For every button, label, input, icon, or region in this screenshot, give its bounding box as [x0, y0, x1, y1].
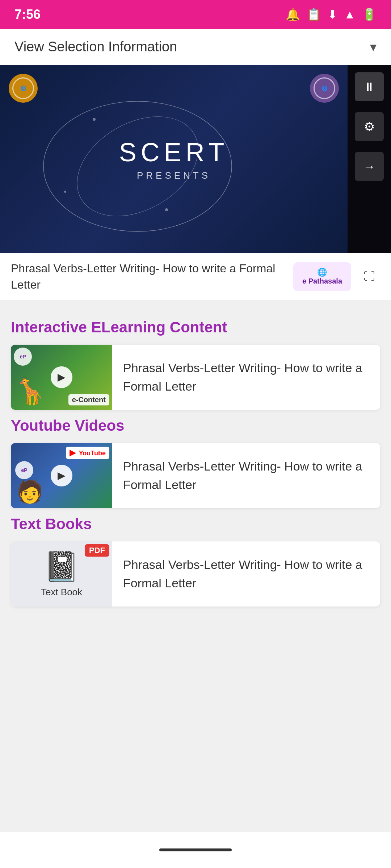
youtube-card-0[interactable]: 🧑 eP ▶ YouTube ▶ Phrasal Verbs-Letter Wr…: [11, 443, 380, 508]
giraffe-icon: 🦒: [14, 376, 46, 406]
settings-icon: ⚙: [364, 119, 375, 134]
svg-point-3: [165, 208, 168, 211]
textbook-book-icon: 📓: [43, 550, 80, 584]
scert-logo-left: 🌀: [9, 74, 38, 103]
pdf-badge: PDF: [85, 544, 109, 557]
logo-circle-inner-left: 🌀: [12, 77, 34, 99]
svg-point-1: [59, 96, 216, 237]
interactive-section-title: Interactive ELearning Content: [11, 319, 380, 336]
youtube-card-text-0: Phrasal Verbs-Letter Writing- How to wri…: [112, 448, 380, 503]
textbook-card-title-0: Phrasal Verbs-Letter Writing- How to wri…: [123, 556, 369, 592]
play-button-interactive[interactable]: ▶: [51, 366, 72, 388]
pathasala-logo-text: 🌐 e Pathasala: [302, 268, 342, 285]
interactive-card-title-0: Phrasal Verbs-Letter Writing- How to wri…: [123, 359, 369, 396]
textbook-card-0[interactable]: 📓 Text Book PDF Phrasal Verbs-Letter Wri…: [11, 541, 380, 607]
notification-icon: 🔔: [286, 8, 300, 21]
video-title: Phrasal Verbs-Letter Writing- How to wri…: [11, 260, 286, 293]
video-info-bar: Phrasal Verbs-Letter Writing- How to wri…: [0, 253, 391, 301]
fullscreen-icon: ⛶: [363, 270, 375, 283]
pathasala-watermark-interactive: eP: [14, 348, 32, 366]
youtube-icon: ▶: [70, 448, 76, 457]
interactive-thumbnail-0: 🦒 eP ▶ e-Content: [11, 345, 112, 410]
next-icon: →: [363, 159, 375, 174]
interactive-card-0[interactable]: 🦒 eP ▶ e-Content Phrasal Verbs-Letter Wr…: [11, 345, 380, 410]
pause-button[interactable]: ⏸: [355, 72, 384, 101]
scert-presents: PRESENTS: [119, 170, 229, 181]
textbooks-section-title: Text Books: [11, 515, 380, 533]
svg-point-4: [64, 191, 66, 193]
youtube-thumbnail-0: 🧑 eP ▶ YouTube ▶: [11, 443, 112, 508]
youtube-section-title: Youtube Videos: [11, 417, 380, 434]
youtube-card-title-0: Phrasal Verbs-Letter Writing- How to wri…: [123, 457, 369, 494]
pathasala-logo: 🌐 e Pathasala: [293, 262, 351, 291]
svg-point-0: [43, 101, 232, 231]
content-sections: Interactive ELearning Content 🦒 eP ▶ e-C…: [0, 301, 391, 625]
youtube-badge: ▶ YouTube: [66, 447, 109, 459]
person-icon: 🧑: [16, 479, 43, 505]
download-icon: ⬇: [328, 8, 337, 21]
fullscreen-button[interactable]: ⛶: [358, 266, 380, 288]
screenshot-icon: 📋: [307, 8, 321, 21]
nav-indicator: [159, 848, 232, 851]
next-button[interactable]: →: [355, 152, 384, 181]
bottom-spacer: [0, 625, 391, 668]
settings-button[interactable]: ⚙: [355, 112, 384, 141]
chevron-down-icon: ▾: [370, 39, 377, 55]
wifi-icon: ▲: [344, 8, 356, 21]
video-controls-right: ⏸ ⚙ →: [348, 65, 391, 253]
orbit-decoration: [0, 65, 348, 253]
pathasala-watermark-youtube: eP: [15, 461, 33, 479]
interactive-card-text-0: Phrasal Verbs-Letter Writing- How to wri…: [112, 350, 380, 404]
video-main-area[interactable]: 🌀 🌀 SCERT PRESENTS: [0, 65, 348, 253]
bottom-nav: [0, 832, 391, 868]
view-selection-bar[interactable]: View Selection Information ▾: [0, 29, 391, 65]
battery-icon: 🔋: [362, 8, 377, 21]
textbook-label: Text Book: [41, 587, 82, 598]
status-icons: 🔔 📋 ⬇ ▲ 🔋: [286, 8, 377, 21]
view-selection-label: View Selection Information: [14, 39, 177, 55]
video-player: 🌀 🌀 SCERT PRESENTS ⏸ ⚙ →: [0, 65, 391, 253]
pause-icon: ⏸: [363, 80, 375, 94]
econtent-badge: e-Content: [68, 394, 109, 405]
status-bar: 7:56 🔔 📋 ⬇ ▲ 🔋: [0, 0, 391, 29]
logo-circle-inner-right: 🌀: [314, 77, 335, 99]
status-time: 7:56: [14, 7, 41, 22]
textbook-thumbnail-inner: 📓 Text Book PDF: [11, 541, 112, 607]
scert-logo-right: 🌀: [310, 74, 339, 103]
svg-point-2: [93, 118, 96, 121]
play-button-youtube[interactable]: ▶: [51, 465, 72, 486]
textbook-thumbnail-0: 📓 Text Book PDF: [11, 541, 112, 607]
textbook-card-text-0: Phrasal Verbs-Letter Writing- How to wri…: [112, 547, 380, 601]
